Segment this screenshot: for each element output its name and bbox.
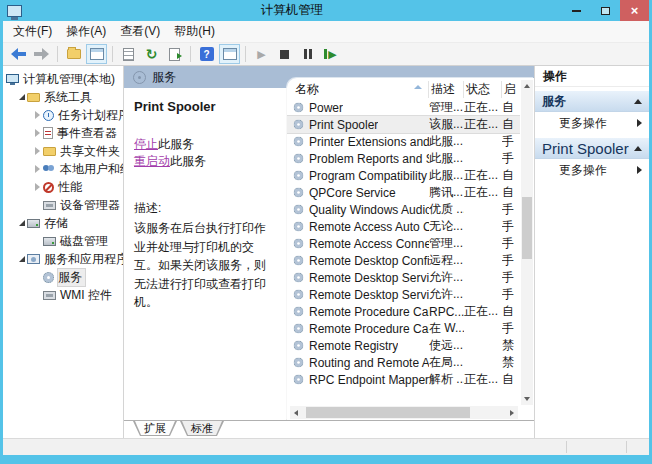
service-startup: 禁 [502,337,520,354]
tree-item-device-manager[interactable]: 设备管理器 [3,196,123,214]
service-row[interactable]: Problem Reports and Sol...此服...手 [287,150,520,167]
service-row[interactable]: RPC Endpoint Mapper解析 ...正在...自 [287,371,520,388]
service-row-print-spooler[interactable]: Print Spooler该服...正在...自 [287,116,520,133]
maximize-button[interactable] [591,0,620,21]
service-row[interactable]: Remote Procedure Call (...在 W...手 [287,320,520,337]
vertical-scrollbar[interactable] [521,80,533,405]
expander-collapsed-icon[interactable] [32,183,43,191]
column-header-label: 状态 [466,81,490,98]
close-button[interactable]: × [620,0,649,21]
tree-item-system-tools[interactable]: 系统工具 [3,88,123,106]
expander-expanded-icon[interactable] [16,256,27,262]
service-row-power[interactable]: Power管理...正在...自 [287,99,520,116]
service-status: 正在... [464,99,502,116]
show-console-tree-button[interactable] [86,44,107,64]
horizontal-scroll-thumb[interactable] [306,407,470,418]
tree-item-label: 本地用户和组 [60,161,124,178]
tree-item-computer-management-root[interactable]: 计算机管理(本地) [3,70,123,88]
show-action-pane-button[interactable] [219,44,240,64]
tree-item-shared-folders[interactable]: 共享文件夹 [3,142,123,160]
more-actions-services[interactable]: 更多操作 [535,112,649,134]
service-row[interactable]: Routing and Remote Acc...在局...禁 [287,354,520,371]
collapse-icon[interactable] [634,99,642,104]
pause-service-button[interactable] [297,44,318,64]
service-row[interactable]: Remote Desktop Service...允许...手 [287,286,520,303]
help-button[interactable]: ? [196,44,217,64]
up-one-level-button[interactable] [63,44,84,64]
export-list-button[interactable] [164,44,185,64]
tree-item-services[interactable]: 服务 [3,268,123,286]
actions-pane: 操作 服务 更多操作 Print Spooler 更多操作 [534,66,649,438]
tree-item-performance[interactable]: 性能 [3,178,123,196]
scroll-down-button[interactable] [521,393,533,405]
tab-standard[interactable]: 标准 [180,421,224,436]
more-actions-print-spooler[interactable]: 更多操作 [535,159,649,181]
service-row[interactable]: Remote Access Auto Con...无论...手 [287,218,520,235]
service-startup: 自 [502,116,520,133]
minimize-button[interactable] [562,0,591,21]
expander-collapsed-icon[interactable] [32,111,43,119]
service-gear-icon [294,256,304,266]
tree-item-services-and-applications[interactable]: 服务和应用程序 [3,250,123,268]
expander-collapsed-icon[interactable] [32,147,43,155]
start-service-button[interactable]: ▶ [251,44,272,64]
scroll-left-button[interactable] [290,406,302,419]
tree-item-disk-management[interactable]: 磁盘管理 [3,232,123,250]
selected-service-name: Print Spooler [134,99,276,114]
service-row[interactable]: Remote Registry使远...禁 [287,337,520,354]
service-row[interactable]: Remote Access Connecti...管理...手 [287,235,520,252]
expander-expanded-icon[interactable] [16,220,27,226]
status-bar-divider [566,441,567,453]
expander-collapsed-icon[interactable] [32,129,43,137]
back-button[interactable] [8,44,29,64]
service-desc: 允许... [429,269,464,286]
tab-extended[interactable]: 扩展 [133,421,177,436]
column-header-name[interactable]: 名称 [293,81,429,98]
menu-file[interactable]: 文件(F) [6,21,59,42]
expander-expanded-icon[interactable] [16,94,27,100]
service-row[interactable]: Remote Desktop Services允许...手 [287,269,520,286]
actions-section-print-spooler[interactable]: Print Spooler [535,137,649,159]
horizontal-scrollbar[interactable] [290,406,518,419]
tree-item-wmi-control[interactable]: WMI 控件 [3,286,123,304]
service-row[interactable]: Remote Procedure Call (...RPC...正在...自 [287,303,520,320]
forward-button[interactable] [31,44,52,64]
menu-help[interactable]: 帮助(H) [167,21,222,42]
service-status: 正在... [464,116,502,133]
column-header-startup-type[interactable]: 启 [502,81,520,98]
restart-service-link[interactable]: 重启动 [134,154,170,168]
forward-arrow-icon [34,48,49,60]
scroll-right-button[interactable] [506,406,518,419]
list-column-headers: 名称 描述 状态 启 [287,79,520,99]
actions-section-services[interactable]: 服务 [535,90,649,112]
service-row[interactable]: Program Compatibility A...此服...正在...自 [287,167,520,184]
service-name: Routing and Remote Acc... [309,356,429,370]
tree-item-local-users-groups[interactable]: 本地用户和组 [3,160,123,178]
expander-collapsed-icon[interactable] [32,165,43,173]
service-row[interactable]: QPCore Service腾讯...正在...自 [287,184,520,201]
stop-service-button[interactable] [274,44,295,64]
resume-service-button[interactable]: ▶ [320,44,341,64]
menu-view[interactable]: 查看(V) [113,21,167,42]
wmi-control-icon [43,291,56,300]
action-pane-window-icon [223,48,237,60]
tree-item-task-scheduler[interactable]: 任务计划程序 [3,106,123,124]
collapse-icon[interactable] [634,146,642,151]
vertical-scroll-thumb[interactable] [522,197,532,259]
service-name: RPC Endpoint Mapper [309,373,429,387]
column-header-status[interactable]: 状态 [464,81,502,98]
service-row[interactable]: Printer Extensions and N...此服...手 [287,133,520,150]
service-startup: 手 [502,201,520,218]
refresh-button[interactable]: ↻ [141,44,162,64]
help-icon: ? [200,47,214,61]
properties-button[interactable] [118,44,139,64]
menu-action[interactable]: 操作(A) [59,21,113,42]
scroll-up-button[interactable] [521,80,533,92]
service-row[interactable]: Quality Windows Audio V...优质 ...手 [287,201,520,218]
tree-item-label: 性能 [58,179,82,196]
stop-service-link[interactable]: 停止 [134,137,158,151]
column-header-description[interactable]: 描述 [429,81,464,98]
tree-item-storage[interactable]: 存储 [3,214,123,232]
tree-item-event-viewer[interactable]: 事件查看器 [3,124,123,142]
service-row[interactable]: Remote Desktop Configu...远程...手 [287,252,520,269]
